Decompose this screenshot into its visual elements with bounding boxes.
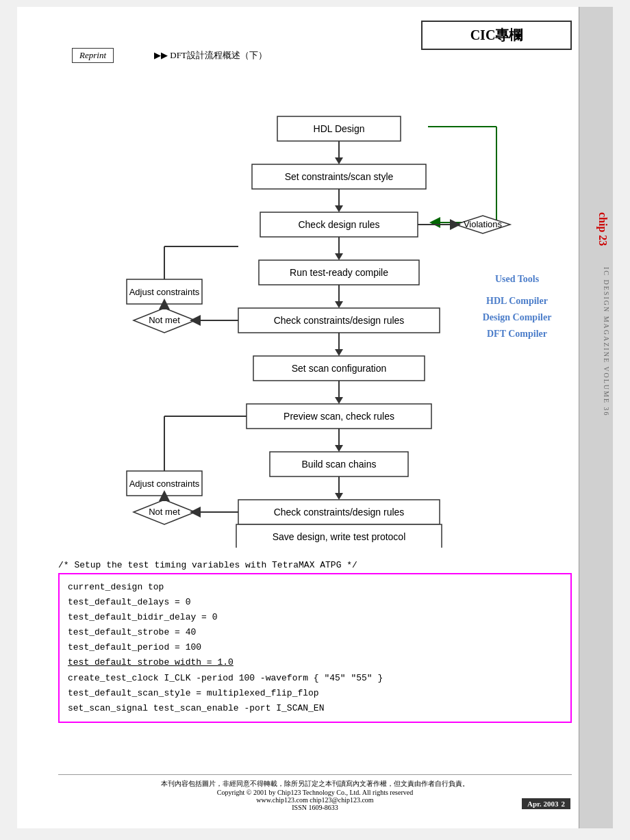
preview-scan-label: Preview scan, check rules [284, 411, 394, 422]
arrow6 [335, 397, 343, 404]
code-line-5: test_default_strobe_width = 1.0 [68, 655, 562, 670]
code-line-0: current_design top [68, 580, 562, 595]
code-line-6: create_test_clock I_CLK -period 100 -wav… [68, 671, 562, 686]
build-scan-label: Build scan chains [302, 459, 377, 470]
reprint-label: Reprint [72, 48, 114, 63]
used-tools-dft: DFT Compiler [466, 329, 568, 340]
right-sidebar: IC DESIGN MAGAZINE VOLUME 36 chip 23 [579, 7, 613, 828]
code-section: /* Setup the test timing variables with … [58, 560, 572, 723]
flowchart-container: HDL Design Set constraints/scan style Ch… [45, 82, 575, 548]
arrow5 [335, 349, 343, 356]
footer-issn: ISSN 1609-8633 [58, 804, 572, 811]
save-design-label: Save design, write test protocol [273, 531, 406, 542]
code-line-3: test_default_strobe = 40 [68, 625, 562, 640]
sidebar-text: IC DESIGN MAGAZINE VOLUME 36 [603, 267, 610, 417]
code-line-2: test_default_bidir_delay = 0 [68, 610, 562, 625]
arrow8 [335, 493, 343, 500]
adjust2-label: Adjust constraints [129, 479, 200, 489]
set-constraints-label: Set constraints/scan style [285, 171, 394, 182]
header-title: CIC專欄 [421, 21, 572, 50]
used-tools-panel: Used Tools HDL Compiler Design Compiler … [466, 274, 568, 345]
footer-website: www.chip123.com chip123@chip123.com [58, 796, 572, 804]
adjust1-label: Adjust constraints [129, 287, 200, 297]
code-line-1: test_default_delays = 0 [68, 595, 562, 610]
footer-line1: 本刊內容包括圖片，非經同意不得轉載，除所另訂定之本刊讀寫內文著作權，但文責由作者… [58, 779, 572, 789]
footer: 本刊內容包括圖片，非經同意不得轉載，除所另訂定之本刊讀寫內文著作權，但文責由作者… [58, 774, 572, 811]
arrow4 [335, 301, 343, 308]
code-line-4: test_default_period = 100 [68, 640, 562, 655]
footer-line2: Copyright © 2001 by Chip123 Technology C… [58, 789, 572, 796]
used-tools-title: Used Tools [466, 274, 568, 285]
magazine-logo: chip 23 [596, 212, 609, 246]
footer-date-page: Apr. 2003 2 [522, 798, 570, 809]
hdl-design-label: HDL Design [314, 123, 365, 134]
check-constraints1-label: Check constraints/design rules [274, 315, 405, 326]
check-constraints2-label: Check constraints/design rules [274, 507, 405, 518]
run-test-label: Run test-ready compile [290, 267, 388, 278]
violations-label: Violations [464, 219, 503, 229]
arrow2 [335, 205, 343, 212]
used-tools-dc: Design Compiler [466, 312, 568, 323]
code-line-7: test_default_scan_style = multiplexed_fl… [68, 686, 562, 701]
subtitle: ▶▶ DFT設計流程概述（下） [154, 49, 267, 62]
not-met1-label: Not met [149, 315, 180, 325]
code-comment: /* Setup the test timing variables with … [58, 560, 572, 570]
arrow7 [335, 445, 343, 452]
used-tools-hdl: HDL Compiler [466, 296, 568, 307]
footer-date: Apr. 2003 [527, 800, 558, 808]
arrow1 [335, 157, 343, 164]
not-met2-label: Not met [149, 507, 180, 517]
arrow3 [335, 253, 343, 260]
code-line-8: set_scan_signal test_scan_enable -port I… [68, 701, 562, 716]
footer-page: 2 [562, 800, 566, 808]
set-scan-label: Set scan configuration [292, 363, 387, 374]
code-block: current_design top test_default_delays =… [58, 573, 572, 723]
check-design-label: Check design rules [298, 219, 379, 230]
